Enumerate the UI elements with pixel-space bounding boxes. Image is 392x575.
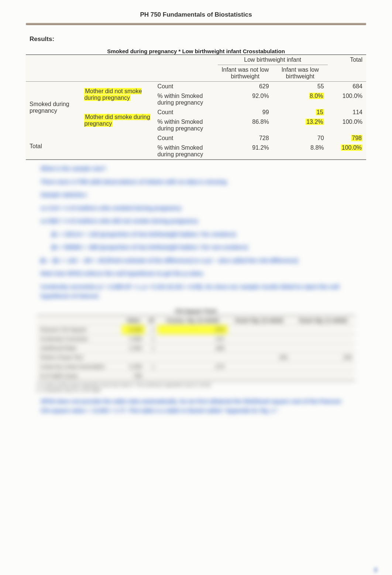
narrative-a2a: n₁=114 = # of mothers who smoked during …	[41, 203, 351, 213]
row2-label: Mother did smoke during pregnancy	[84, 114, 150, 127]
chi-square-table-wrapper: Chi-Square Tests Value df Asymp. Sig. (2…	[37, 308, 355, 393]
chisq-r2-asymp: .086	[158, 343, 227, 353]
narrative-a2b: n₂=684 = # of mothers who did not smoke …	[41, 216, 351, 226]
chisq-r1-df: 1	[145, 334, 158, 343]
chisq-r2-value: 2.950	[122, 343, 145, 353]
col2-header: Infant was low birthweight	[273, 65, 328, 82]
narrative-a1: There were n=798 valid observations of i…	[41, 177, 351, 187]
chisq-r4-value: 3.289	[122, 362, 145, 371]
r1-c1-pct: 92.0%	[218, 91, 273, 108]
r1-c2-count: 55	[273, 82, 328, 92]
col-total-header: Total	[328, 55, 366, 65]
chisq-h3: Asymp. Sig. (2-sided)	[158, 316, 227, 325]
rt-c1-pct: 91.2%	[218, 143, 273, 160]
chisq-r1-value: 2.689	[122, 334, 145, 343]
chisq-r4-df: 1	[145, 362, 158, 371]
chisq-h5: Exact Sig. (1-sided)	[291, 316, 355, 325]
chisq-r3-ex1: .055	[291, 353, 355, 362]
narrative-note2: Continuity correction χ² = 2.689 df = 1,…	[41, 282, 351, 301]
chisq-h4: Exact Sig. (2-sided)	[227, 316, 291, 325]
row1-label: Mother did not smoke during pregnancy	[84, 88, 142, 101]
stat-pct-total: % within Smoked during pregnancy	[154, 143, 218, 160]
narrative-diff: p̂₁ − p̂₂ = .132 − .08 = .05 [Point esti…	[41, 256, 351, 265]
r2-total-pct: 100.0%	[328, 117, 366, 133]
chisq-r2-label: Likelihood Ratio	[37, 343, 122, 353]
rt-c1-count: 728	[218, 133, 273, 143]
chisq-r0-value: 3.293	[122, 325, 145, 334]
chisq-r0-asymp: .070	[158, 325, 227, 334]
narrative-chi-note: SPSS does not provide the odds-ratio aut…	[41, 397, 351, 415]
stat-count-r1: Count	[154, 82, 218, 92]
chisq-r1-asymp: .101	[158, 334, 227, 343]
rt-total-count: 798	[351, 135, 362, 141]
chisq-footnote-a: a. 0 cells (0.0%) have expected count le…	[37, 382, 355, 388]
col1-header: Infant was not low birthweight	[218, 65, 273, 82]
chisq-r0-label: Pearson Chi-Square	[37, 325, 122, 334]
r2-c2-pct: 13.2%	[306, 119, 324, 125]
crosstab-title: Smoked during pregnancy * Low birthweigh…	[26, 48, 366, 54]
r2-c1-count: 99	[218, 108, 273, 117]
row-group-label: Smoked during pregnancy	[26, 82, 80, 134]
chisq-r0-df: 1	[145, 325, 158, 334]
col-group-header: Low birthweight infant	[218, 55, 328, 65]
chisq-r3-label: Fisher's Exact Test	[37, 353, 122, 362]
narrative-note1: Note how SPSS enforce the null hypothesi…	[41, 269, 351, 278]
chisq-r1-label: Continuity Correction	[37, 334, 122, 343]
stat-count-r2: Count	[154, 108, 218, 117]
chisq-r5-value: 798	[122, 371, 145, 381]
r1-total-count: 684	[328, 82, 366, 92]
r2-c2-count: 15	[316, 109, 324, 115]
r2-c1-pct: 86.8%	[218, 117, 273, 133]
narrative-p1: p̂₁ = 15/114 = .132 (proportion of low b…	[52, 229, 351, 239]
chisq-r3-ex2: .081	[227, 353, 291, 362]
stat-pct-r1: % within Smoked during pregnancy	[154, 91, 218, 108]
chisq-h2: df	[145, 316, 158, 325]
page-number: 2	[374, 567, 377, 573]
chisq-r2-df: 1	[145, 343, 158, 353]
chisq-h1: Value	[122, 316, 145, 325]
chisq-r4-label: Linear-by-Linear Association	[37, 362, 122, 371]
chisq-footnote-b: b. Computed only for a 2x2 table	[37, 388, 355, 393]
header-divider	[26, 23, 366, 25]
chisq-r4-asymp: .070	[158, 362, 227, 371]
chisq-h0	[37, 316, 122, 325]
chisq-r5-label: N of Valid Cases	[37, 371, 122, 381]
narrative-p2: p̂₂ = 55/684 = .080 (proportion of low b…	[52, 242, 351, 252]
stat-count-total: Count	[154, 133, 218, 143]
r1-total-pct: 100.0%	[328, 91, 366, 108]
narrative-q2: Sample statistics:	[41, 190, 351, 200]
stat-pct-r2: % within Smoked during pregnancy	[154, 117, 218, 133]
rt-total-pct: 100.0%	[341, 144, 362, 151]
results-heading: Results:	[30, 35, 366, 43]
rt-c2-count: 70	[273, 133, 328, 143]
r2-total-count: 114	[328, 108, 366, 117]
row-total-label: Total	[26, 133, 80, 160]
narrative-q1: What is the sample size?	[41, 164, 313, 173]
rt-c2-pct: 8.8%	[273, 143, 328, 160]
chi-square-table: Value df Asymp. Sig. (2-sided) Exact Sig…	[37, 315, 355, 381]
r1-c1-count: 629	[218, 82, 273, 92]
crosstab-table: Low birthweight infant Total Infant was …	[26, 54, 366, 160]
r1-c2-pct: 8.0%	[309, 93, 324, 99]
course-title: PH 750 Fundamentals of Biostatistics	[26, 11, 366, 18]
chisq-title: Chi-Square Tests	[37, 308, 355, 314]
